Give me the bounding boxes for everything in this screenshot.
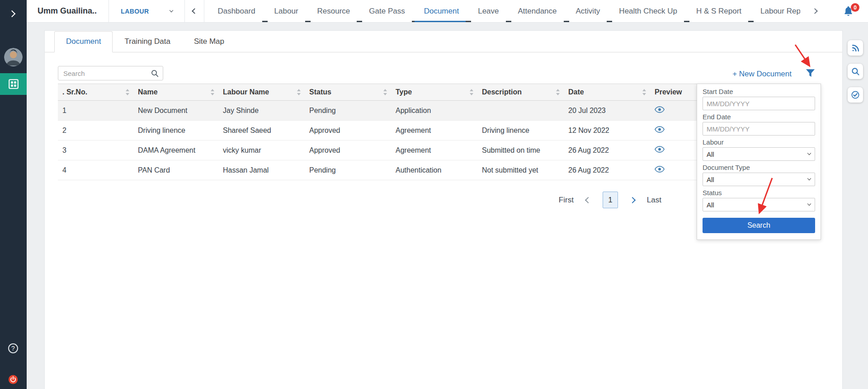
cell-status: Approved: [305, 141, 391, 160]
nav-scroll-right[interactable]: [805, 0, 825, 22]
header-label: Type: [396, 88, 412, 96]
preview-eye-icon[interactable]: [655, 146, 665, 153]
chevron-down-icon: [170, 9, 173, 12]
cell-sr-no: 4: [58, 160, 133, 180]
chevron-right-icon: [629, 197, 636, 203]
cell-sr-no: 2: [58, 121, 133, 141]
rss-icon: [851, 44, 860, 52]
filter-panel: Start Date End Date Labour All Document …: [697, 84, 821, 240]
sort-icon: [642, 89, 646, 96]
cell-date: 26 Aug 2022: [564, 141, 650, 160]
table-row: 4 PAN Card Hassan Jamal Pending Authenti…: [58, 160, 808, 180]
chevron-left-icon: [585, 197, 591, 203]
sidebar-expand-icon[interactable]: [9, 10, 14, 18]
cell-type: Application: [391, 101, 477, 121]
right-tool-rail: [848, 40, 863, 103]
cell-status: Pending: [305, 101, 391, 121]
tab-site-map[interactable]: Site Map: [182, 31, 236, 52]
labour-select[interactable]: All: [703, 147, 815, 161]
preview-eye-icon[interactable]: [655, 126, 665, 133]
preview-eye-icon[interactable]: [655, 106, 665, 113]
cell-name: Driving linence: [133, 121, 218, 141]
nav-tab-health-check-up[interactable]: Health Check Up: [609, 0, 687, 22]
header-date[interactable]: Date: [564, 84, 650, 101]
header-label: Name: [138, 88, 158, 96]
module-nav-tabs: Dashboard Labour Resource Gate Pass Docu…: [204, 0, 800, 22]
status-select[interactable]: All: [703, 198, 815, 211]
top-navigation-bar: Umm Guailina.. LABOUR Dashboard Labour R…: [27, 0, 868, 23]
cell-date: 12 Nov 2022: [564, 121, 650, 141]
table-row: 3 DAMA Agreement vicky kumar Approved Ag…: [58, 141, 808, 160]
cell-description: Submitted on time: [477, 141, 564, 160]
nav-tab-resource[interactable]: Resource: [308, 0, 360, 22]
labour-label: Labour: [703, 138, 815, 146]
nav-tab-leave[interactable]: Leave: [468, 0, 508, 22]
help-label: ?: [11, 345, 15, 352]
document-page-card: Document Training Data Site Map + New Do…: [44, 30, 843, 389]
cell-labour-name: Jay Shinde: [218, 101, 305, 121]
preview-eye-icon[interactable]: [655, 166, 665, 173]
cell-type: Agreement: [391, 141, 477, 160]
help-icon[interactable]: ?: [8, 343, 18, 353]
table-row: 2 Driving linence Shareef Saeed Approved…: [58, 121, 808, 141]
pagination-first[interactable]: First: [559, 196, 574, 205]
header-label: Date: [568, 88, 584, 96]
logout-power-icon[interactable]: [8, 375, 18, 386]
start-date-input[interactable]: [703, 97, 815, 110]
cell-type: Authentication: [391, 160, 477, 180]
filter-search-button[interactable]: Search: [703, 218, 815, 233]
cell-status: Pending: [305, 160, 391, 180]
nav-tab-gate-pass[interactable]: Gate Pass: [359, 0, 414, 22]
user-avatar[interactable]: [4, 48, 23, 66]
new-document-link[interactable]: + New Document: [732, 70, 792, 79]
header-description[interactable]: Description: [477, 84, 564, 101]
check-circle-icon: [851, 90, 860, 99]
header-status[interactable]: Status: [305, 84, 391, 101]
sort-icon: [556, 89, 560, 96]
nav-tab-dashboard[interactable]: Dashboard: [208, 0, 264, 22]
pagination: First 1 Last: [559, 192, 661, 208]
nav-tab-labour[interactable]: Labour: [265, 0, 308, 22]
tab-document[interactable]: Document: [54, 31, 113, 52]
notifications-bell-icon[interactable]: 0: [843, 5, 854, 17]
pagination-next[interactable]: [630, 198, 635, 202]
cell-description: [477, 101, 564, 121]
header-type[interactable]: Type: [391, 84, 477, 101]
end-date-input[interactable]: [703, 122, 815, 136]
nav-tab-attendance[interactable]: Attendance: [509, 0, 566, 22]
search-input[interactable]: [63, 70, 151, 77]
nav-tab-activity[interactable]: Activity: [566, 0, 610, 22]
cell-name: DAMA Agreement: [133, 141, 218, 160]
nav-tab-hs-report[interactable]: H & S Report: [687, 0, 751, 22]
cell-sr-no: 3: [58, 141, 133, 160]
sort-icon: [383, 89, 387, 96]
header-label: Preview: [655, 88, 682, 96]
pagination-prev[interactable]: [586, 198, 590, 202]
filter-funnel-icon[interactable]: [806, 69, 815, 78]
global-search-button[interactable]: [848, 64, 863, 79]
nav-tab-document[interactable]: Document: [415, 0, 468, 22]
pagination-last[interactable]: Last: [647, 196, 661, 205]
content-tabs: Document Training Data Site Map: [45, 31, 842, 52]
status-label: Status: [703, 189, 815, 197]
rss-feed-button[interactable]: [848, 40, 863, 56]
tab-training-data[interactable]: Training Data: [113, 31, 182, 52]
header-name[interactable]: Name: [133, 84, 218, 101]
header-label: Status: [309, 88, 331, 96]
module-dropdown[interactable]: LABOUR: [109, 0, 184, 22]
nav-tab-labour-report[interactable]: Labour Repo: [751, 0, 800, 22]
cell-description: Not submitted yet: [477, 160, 564, 180]
approve-check-button[interactable]: [848, 87, 863, 103]
sidebar-item-labour-module[interactable]: [0, 73, 27, 95]
cell-labour-name: Hassan Jamal: [218, 160, 305, 180]
pagination-page-1[interactable]: 1: [603, 192, 618, 208]
table-search-box: [58, 66, 163, 80]
document-type-select[interactable]: All: [703, 173, 815, 186]
cell-sr-no: 1: [58, 101, 133, 121]
header-labour-name[interactable]: Labour Name: [218, 84, 305, 101]
search-icon[interactable]: [151, 70, 159, 77]
sort-icon: [297, 89, 301, 96]
nav-scroll-left[interactable]: [185, 0, 204, 22]
sort-icon: [126, 89, 129, 96]
header-sr-no[interactable]: . Sr.No.: [58, 84, 133, 101]
